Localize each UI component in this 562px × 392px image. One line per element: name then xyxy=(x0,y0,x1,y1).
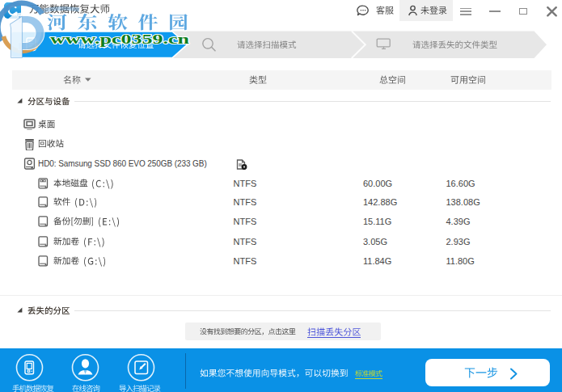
svg-text:www.pc0359.cn: www.pc0359.cn xyxy=(50,32,189,47)
